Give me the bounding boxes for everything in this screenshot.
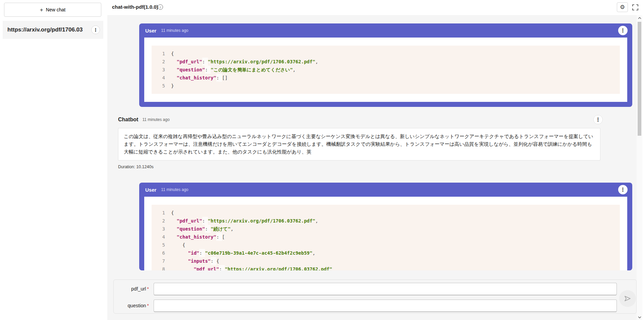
code-line: 6 "id": "c06e719b-39a1-4e7c-ac45-62b4f2c… [155, 249, 616, 257]
gear-icon: ⚙ [620, 4, 625, 11]
code-line: 7 "inputs": { [155, 257, 616, 265]
message-body: 1{2 "pdf_url": "https://arxiv.org/pdf/17… [144, 38, 627, 102]
pdf-url-label: pdf_url* [115, 286, 149, 292]
chat-item-title: https://arxiv.org/pdf/1706.03 [7, 26, 91, 33]
line-number: 4 [155, 74, 171, 82]
line-number: 7 [155, 257, 171, 265]
user-message-2: User 11 minutes ago ⋮ 1{2 "pdf_url": "ht… [139, 183, 632, 270]
chatbot-answer-text: この論文は、従来の複雑な再帰型や畳み込み型のニューラルネットワークに基づく主要な… [118, 128, 600, 161]
sidebar-chat-item[interactable]: https://arxiv.org/pdf/1706.03 ⋮ [3, 21, 103, 39]
message-timestamp: 11 minutes ago [142, 117, 169, 122]
vertical-scrollbar[interactable] [637, 15, 642, 320]
message-author: Chatbot [118, 117, 138, 123]
settings-button[interactable]: ⚙ [617, 2, 628, 12]
message-body: 1{2 "pdf_url": "https://arxiv.org/pdf/17… [144, 197, 627, 270]
message-header: User 11 minutes ago ⋮ [139, 183, 632, 197]
message-author: User [145, 187, 156, 193]
sidebar: + New chat https://arxiv.org/pdf/1706.03… [0, 0, 107, 320]
scrollbar-thumb[interactable] [638, 22, 641, 136]
line-number: 6 [155, 249, 171, 257]
info-icon[interactable]: i [158, 4, 163, 10]
line-number: 8 [155, 265, 171, 270]
top-bar: chat-with-pdf(1.0.0) i ⚙ [107, 0, 644, 15]
line-number: 3 [155, 225, 171, 233]
code-line: 2 "pdf_url": "https://arxiv.org/pdf/1706… [155, 58, 616, 66]
json-code-block: 1{2 "pdf_url": "https://arxiv.org/pdf/17… [152, 46, 620, 94]
code-line: 2 "pdf_url": "https://arxiv.org/pdf/1706… [155, 217, 616, 225]
chat-input-panel: pdf_url* question* [113, 279, 637, 314]
line-number: 2 [155, 58, 171, 66]
message-kebab-icon[interactable]: ⋮ [618, 26, 628, 35]
line-number: 4 [155, 233, 171, 241]
code-line: 5} [155, 82, 616, 90]
scroll-down-icon[interactable] [637, 314, 642, 320]
send-icon [624, 295, 632, 303]
code-line: 5 { [155, 241, 616, 249]
code-line: 1{ [155, 209, 616, 217]
code-line: 4 "chat_history": [] [155, 74, 616, 82]
chatbot-message: Chatbot 11 minutes ago ⋮ この論文は、従来の複雑な再帰型… [114, 114, 605, 169]
line-number: 5 [155, 82, 171, 90]
code-line: 8 "pdf_url": "https://arxiv.org/pdf/1706… [155, 265, 616, 270]
code-line: 3 "question": "この論文を簡単にまとめてください", [155, 66, 616, 74]
fullscreen-icon[interactable] [632, 4, 639, 11]
line-number: 3 [155, 66, 171, 74]
line-number: 1 [155, 50, 171, 58]
main-area: chat-with-pdf(1.0.0) i ⚙ User 11 minutes… [107, 0, 644, 320]
send-button[interactable] [619, 290, 636, 307]
message-kebab-icon[interactable]: ⋮ [618, 185, 628, 194]
pdf-url-input[interactable] [154, 283, 617, 295]
code-line: 1{ [155, 50, 616, 58]
message-author: User [145, 28, 156, 34]
message-header: Chatbot 11 minutes ago ⋮ [114, 114, 605, 125]
message-header: User 11 minutes ago ⋮ [139, 23, 632, 38]
code-line: 3 "question": "続けて", [155, 225, 616, 233]
plus-icon: + [40, 7, 43, 13]
new-chat-button[interactable]: + New chat [4, 3, 101, 17]
message-kebab-icon[interactable]: ⋮ [593, 115, 603, 124]
flow-title: chat-with-pdf(1.0.0) [112, 4, 158, 10]
line-number: 5 [155, 241, 171, 249]
message-timestamp: 11 minutes ago [161, 187, 188, 192]
required-asterisk: * [147, 303, 149, 308]
duration-label: Duration: 10.1240s [118, 165, 605, 169]
question-label: question* [115, 303, 149, 308]
user-message-1: User 11 minutes ago ⋮ 1{2 "pdf_url": "ht… [139, 23, 632, 107]
scroll-up-icon[interactable] [637, 15, 642, 21]
json-code-block: 1{2 "pdf_url": "https://arxiv.org/pdf/17… [152, 205, 620, 270]
question-input[interactable] [154, 300, 617, 312]
line-number: 1 [155, 209, 171, 217]
chat-item-kebab-icon[interactable]: ⋮ [91, 25, 100, 34]
required-asterisk: * [147, 286, 149, 292]
line-number: 2 [155, 217, 171, 225]
chat-panel: User 11 minutes ago ⋮ 1{2 "pdf_url": "ht… [107, 15, 638, 320]
code-line: 4 "chat_history": [ [155, 233, 616, 241]
message-timestamp: 11 minutes ago [161, 28, 188, 33]
new-chat-label: New chat [46, 7, 65, 12]
